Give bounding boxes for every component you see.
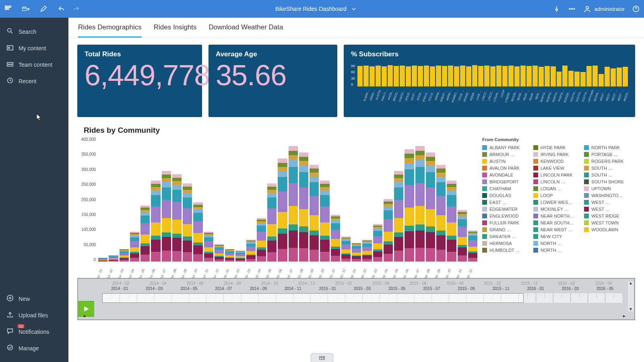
legend-item[interactable]: PORTAGE … bbox=[584, 152, 631, 157]
tab-download-weather-data[interactable]: Download Weather Data bbox=[209, 23, 283, 38]
legend-item[interactable]: EAST … bbox=[482, 200, 529, 205]
legend-item[interactable]: HERMOSA bbox=[482, 241, 529, 246]
legend-item[interactable]: NORTH … bbox=[533, 248, 580, 253]
legend-item[interactable]: LINCOLN PARK bbox=[533, 173, 580, 177]
legend-item[interactable]: LAKE VIEW bbox=[533, 166, 580, 171]
pin-icon[interactable] bbox=[553, 5, 561, 13]
legend-item[interactable]: CHATHAM bbox=[482, 186, 529, 191]
legend-swatch bbox=[533, 173, 538, 177]
subscribers-bar bbox=[539, 67, 544, 86]
legend-item[interactable]: ROGERS PARK bbox=[584, 159, 631, 164]
legend-item[interactable]: NORTH PARK bbox=[584, 145, 631, 150]
legend-item[interactable]: WASHINGTO… bbox=[584, 193, 631, 198]
legend-item[interactable]: GREATER … bbox=[482, 234, 529, 239]
more-icon[interactable] bbox=[568, 5, 576, 13]
legend-item[interactable]: ARMOUR … bbox=[482, 152, 529, 157]
app-menu-icon[interactable] bbox=[4, 5, 12, 13]
legend-item[interactable]: IRVING PARK bbox=[533, 152, 580, 157]
sidebar-item-upload-files[interactable]: Upload files bbox=[0, 307, 68, 323]
bottom-panel-handle[interactable] bbox=[311, 353, 333, 362]
legend-item[interactable]: NEAR NORTH… bbox=[533, 214, 580, 218]
timeline-hscroll[interactable]: ◄► bbox=[82, 314, 626, 318]
timeline[interactable]: 2014 - 022014 - 042014 - 062014 - 082014… bbox=[77, 278, 635, 320]
stacked-bar bbox=[320, 181, 329, 261]
legend-item[interactable]: WEST … bbox=[584, 207, 631, 212]
legend-item[interactable]: SOUTH … bbox=[584, 173, 631, 177]
legend-item[interactable]: UPTOWN bbox=[584, 186, 631, 191]
legend-item[interactable]: HUMBOLDT … bbox=[482, 248, 529, 253]
timeline-vscroll[interactable]: ▲▼ bbox=[628, 281, 634, 311]
legend-item[interactable]: EDGEWATER bbox=[482, 207, 529, 212]
legend-item[interactable]: MCKINLEY … bbox=[533, 207, 580, 212]
legend-item[interactable]: LOGAN … bbox=[533, 186, 580, 191]
help-icon[interactable] bbox=[632, 5, 640, 13]
legend-item[interactable]: LINCOLN … bbox=[533, 179, 580, 184]
legend-item[interactable]: ENGLEWOOD bbox=[482, 214, 529, 218]
card-subscribers[interactable]: % Subscribers 9060300 ALBAN…ARMO…AUSTINA… bbox=[344, 45, 635, 117]
subscribers-bar bbox=[526, 66, 532, 86]
legend-swatch bbox=[482, 200, 487, 205]
legend-item[interactable]: FULLER PARK bbox=[482, 220, 529, 225]
legend-item[interactable]: WEST TOWN bbox=[584, 220, 631, 225]
legend-item[interactable]: WOODLAWN bbox=[584, 227, 631, 232]
legend-item[interactable]: SOUTH … bbox=[584, 166, 631, 171]
subscribers-bar bbox=[502, 66, 508, 86]
sidebar-item-new[interactable]: New bbox=[0, 290, 68, 307]
save-icon[interactable]: ▾ bbox=[22, 5, 30, 13]
legend-item[interactable]: BRIDGEPORT bbox=[482, 179, 529, 184]
user-menu[interactable]: administrator bbox=[583, 5, 625, 13]
legend-swatch bbox=[533, 220, 538, 225]
legend-item[interactable]: AVONDALE bbox=[482, 173, 529, 177]
subscribers-bar bbox=[592, 66, 598, 86]
svg-point-24 bbox=[8, 345, 13, 350]
content: Rides DemographicsRides InsightsDownload… bbox=[68, 18, 644, 362]
legend-swatch bbox=[533, 166, 538, 171]
stacked-bar bbox=[436, 165, 446, 261]
legend-item[interactable]: NORTH … bbox=[533, 241, 580, 246]
legend-item[interactable]: AUSTIN bbox=[482, 159, 529, 164]
legend-swatch bbox=[584, 227, 589, 232]
subscribers-bar bbox=[466, 66, 471, 86]
legend-item[interactable]: NEAR WEST … bbox=[533, 227, 580, 232]
tab-rides-demographics[interactable]: Rides Demographics bbox=[78, 23, 142, 38]
subscribers-bar bbox=[586, 66, 592, 86]
timeline-selection[interactable] bbox=[102, 293, 524, 303]
undo-icon[interactable] bbox=[57, 5, 65, 13]
sidebar-item-manage[interactable]: Manage bbox=[0, 340, 68, 356]
tab-rides-insights[interactable]: Rides Insights bbox=[154, 23, 197, 38]
legend-swatch bbox=[584, 186, 589, 191]
svg-rect-6 bbox=[23, 7, 25, 8]
subscribers-bar bbox=[617, 68, 622, 86]
sidebar-item-recent[interactable]: Recent bbox=[0, 73, 68, 89]
sidebar-item-team-content[interactable]: Team content bbox=[0, 56, 68, 73]
svg-rect-0 bbox=[5, 6, 7, 8]
legend-swatch bbox=[533, 207, 538, 212]
sidebar-item-my-content[interactable]: My content bbox=[0, 40, 68, 56]
card-total-rides-title: Total Rides bbox=[85, 50, 195, 58]
legend-swatch bbox=[482, 152, 487, 157]
legend-item[interactable]: DOUGLAS bbox=[482, 193, 529, 198]
legend-item[interactable]: WEST … bbox=[584, 200, 631, 205]
legend-item[interactable]: SOUTH SHORE bbox=[584, 179, 631, 184]
svg-point-9 bbox=[574, 8, 575, 10]
card-avg-age[interactable]: Average Age 35.66 bbox=[208, 45, 337, 117]
legend-item[interactable]: WEST RIDGE bbox=[584, 214, 631, 218]
legend-item[interactable]: LOWER WES… bbox=[533, 200, 580, 205]
legend-swatch bbox=[482, 186, 487, 191]
stacked-bar bbox=[310, 165, 319, 261]
legend-item[interactable]: AVALON PARK bbox=[482, 166, 529, 171]
sidebar-item-search[interactable]: Search bbox=[0, 23, 68, 40]
legend-item[interactable]: ALBANY PARK bbox=[482, 145, 529, 150]
legend-item[interactable]: HYDE PARK bbox=[533, 145, 580, 150]
legend-swatch bbox=[533, 193, 538, 198]
legend-item[interactable]: KENWOOD bbox=[533, 159, 580, 164]
sidebar-item-notifications[interactable]: 11Notifications bbox=[0, 323, 68, 340]
legend-item[interactable]: NEW CITY bbox=[533, 234, 580, 239]
dashboard-title-dropdown[interactable]: BikeShare Rides Dashboard bbox=[275, 5, 358, 13]
edit-icon[interactable] bbox=[39, 5, 47, 13]
legend-item[interactable]: LOOP bbox=[533, 193, 580, 198]
legend-item[interactable]: GRAND … bbox=[482, 227, 529, 232]
chart-rides-by-community[interactable]: Rides by Community 400,000350,000300,000… bbox=[77, 123, 635, 275]
card-total-rides[interactable]: Total Rides 6,449,778 bbox=[77, 45, 202, 117]
legend-item[interactable]: NEAR SOUTH… bbox=[533, 220, 580, 225]
